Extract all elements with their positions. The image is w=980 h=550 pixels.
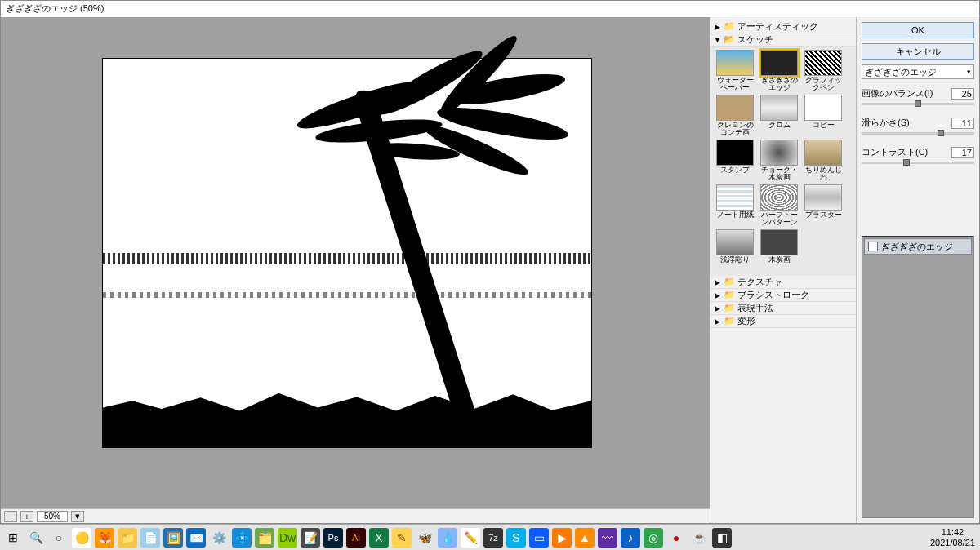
slider-track[interactable] (862, 132, 974, 135)
filter-thumb-preview (760, 140, 798, 166)
filter-thumb[interactable]: チョーク・木炭画 (758, 140, 800, 183)
category-style[interactable]: ▶ 📁 表現手法 (710, 302, 856, 315)
filter-thumb[interactable]: ちりめんじわ (802, 140, 844, 183)
record-icon[interactable]: ● (666, 528, 686, 548)
illustrator-icon[interactable]: Ai (346, 528, 366, 548)
windows-taskbar[interactable]: ⊞ 🔍 ○ 🟡 🦊 📁 📄 🖼️ ✉️ ⚙️ 💠 🗂️ Dw 📝 Ps Ai X… (0, 524, 980, 550)
firefox-icon[interactable]: 🦊 (95, 528, 114, 548)
filter-thumb-label: ハーフトーンパターン (758, 211, 800, 228)
slider-balance: 画像のバランス(I) (862, 87, 974, 105)
filter-thumb[interactable]: 浅浮彫り (714, 229, 756, 273)
excel-icon[interactable]: X (369, 528, 389, 548)
slider-value-field[interactable] (951, 118, 974, 129)
app-icon[interactable]: ◎ (644, 528, 663, 548)
zoom-field[interactable] (37, 511, 68, 522)
dreamweaver-icon[interactable]: Dw (278, 528, 297, 548)
filter-thumb[interactable]: ぎざぎざのエッジ (758, 50, 800, 93)
slider-handle[interactable] (938, 130, 944, 136)
photos-icon[interactable]: 🖼️ (163, 528, 183, 548)
7zip-icon[interactable]: 7z (483, 528, 503, 548)
music-icon[interactable]: ♪ (621, 528, 640, 548)
app-icon[interactable]: 🦋 (415, 528, 434, 548)
filter-thumb[interactable]: ウォーターペーパー (714, 50, 756, 93)
dialog-body: − + ▾ ▶ 📁 アーティスティック ▼ 📂 スケッチ ウォーターペーパーぎざ… (1, 17, 979, 523)
explorer-icon[interactable]: 📁 (118, 528, 137, 548)
folder-icon: 📁 (724, 303, 735, 313)
filter-thumb[interactable]: クロム (758, 95, 800, 138)
zoom-icon[interactable]: ▭ (529, 528, 549, 548)
cancel-button[interactable]: キャンセル (862, 43, 974, 60)
ok-button[interactable]: OK (862, 22, 974, 38)
app-icon[interactable]: ◧ (712, 528, 732, 548)
slider-value-field[interactable] (951, 147, 974, 158)
slider-handle[interactable] (903, 159, 910, 166)
filter-thumb[interactable]: 木炭画 (758, 229, 800, 273)
disclosure-right-icon: ▶ (714, 317, 721, 326)
app-icon[interactable]: ✎ (392, 528, 412, 548)
preview-area[interactable] (2, 19, 708, 507)
skype-icon[interactable]: S (506, 528, 526, 548)
filter-gallery-tree[interactable]: ▶ 📁 アーティスティック ▼ 📂 スケッチ ウォーターペーパーぎざぎざのエッジ… (710, 17, 857, 523)
filter-thumb-label: プラスター (805, 211, 842, 228)
app-icon[interactable]: 💧 (438, 528, 457, 548)
sublime-icon[interactable]: 📝 (301, 528, 320, 548)
start-button[interactable]: ⊞ (3, 528, 23, 548)
filter-thumb[interactable]: ハーフトーンパターン (758, 184, 800, 228)
category-texture[interactable]: ▶ 📁 テクスチャ (710, 276, 856, 289)
effect-layer-item[interactable]: ぎざぎざのエッジ (864, 238, 972, 255)
filter-thumb[interactable]: クレヨンのコンテ画 (714, 95, 756, 138)
filter-thumb[interactable]: プラスター (802, 184, 844, 228)
filter-select-value: ぎざぎざのエッジ (865, 66, 937, 78)
app-icon[interactable]: ✏️ (461, 528, 480, 548)
category-label: テクスチャ (737, 276, 782, 288)
filter-thumb-label: チョーク・木炭画 (758, 166, 800, 183)
filter-thumb-preview (760, 229, 798, 255)
filter-select[interactable]: ぎざぎざのエッジ ▾ (862, 64, 974, 79)
clock-date: 2021/08/21 (930, 538, 975, 548)
filter-thumb-preview (716, 95, 754, 121)
filter-thumb-preview (760, 95, 798, 121)
filter-thumb[interactable]: グラフィックペン (802, 50, 844, 93)
category-label: アーティスティック (737, 20, 818, 33)
slider-contrast: コントラスト(C) (862, 146, 974, 164)
disclosure-right-icon: ▶ (714, 23, 721, 31)
notepad-icon[interactable]: 📄 (140, 528, 160, 548)
chrome-icon[interactable]: 🟡 (72, 528, 91, 548)
category-artistic[interactable]: ▶ 📁 アーティスティック (710, 20, 856, 33)
vlc-icon[interactable]: ▲ (575, 528, 595, 548)
outlook-icon[interactable]: ✉️ (186, 528, 206, 548)
zoom-bar: − + ▾ (1, 508, 710, 523)
folder-icon: 📂 (724, 34, 735, 45)
filter-thumb[interactable]: コピー (802, 95, 844, 138)
slider-track[interactable] (862, 162, 974, 164)
settings-icon[interactable]: ⚙️ (209, 528, 229, 548)
filter-thumb-label: ぎざぎざのエッジ (758, 77, 800, 93)
slider-handle[interactable] (915, 100, 921, 107)
disclosure-right-icon: ▶ (714, 304, 721, 313)
app-icon[interactable]: ☕ (689, 528, 709, 548)
cortana-icon[interactable]: ○ (49, 528, 69, 548)
zoom-out-button[interactable]: − (4, 511, 17, 522)
app-icon[interactable]: 💠 (232, 528, 252, 548)
player-icon[interactable]: ▶ (552, 528, 572, 548)
slider-value-field[interactable] (951, 88, 974, 100)
category-brush[interactable]: ▶ 📁 ブラシストローク (710, 289, 856, 302)
system-clock[interactable]: 11:42 2021/08/21 (930, 527, 977, 547)
filter-thumb[interactable]: ノート用紙 (714, 184, 756, 228)
photoshop-icon[interactable]: Ps (323, 528, 343, 548)
effect-layers-panel: ぎざぎざのエッジ (862, 236, 974, 518)
app-icon[interactable]: 〰 (598, 528, 617, 548)
filter-thumb[interactable]: スタンプ (714, 140, 756, 183)
zoom-dropdown-arrow[interactable]: ▾ (71, 511, 84, 522)
folder-icon: 📁 (724, 21, 735, 32)
window-title: ぎざぎざのエッジ (50%) (6, 2, 104, 15)
category-distort[interactable]: ▶ 📁 変形 (710, 315, 856, 328)
category-sketch[interactable]: ▼ 📂 スケッチ (710, 33, 856, 47)
visibility-toggle-icon[interactable] (868, 242, 878, 251)
slider-track[interactable] (862, 103, 974, 105)
zoom-in-button[interactable]: + (20, 511, 33, 522)
folder-icon: 📁 (724, 277, 735, 287)
filter-thumb-label: グラフィックペン (802, 77, 844, 93)
app-icon[interactable]: 🗂️ (255, 528, 274, 548)
search-icon[interactable]: 🔍 (26, 528, 46, 548)
